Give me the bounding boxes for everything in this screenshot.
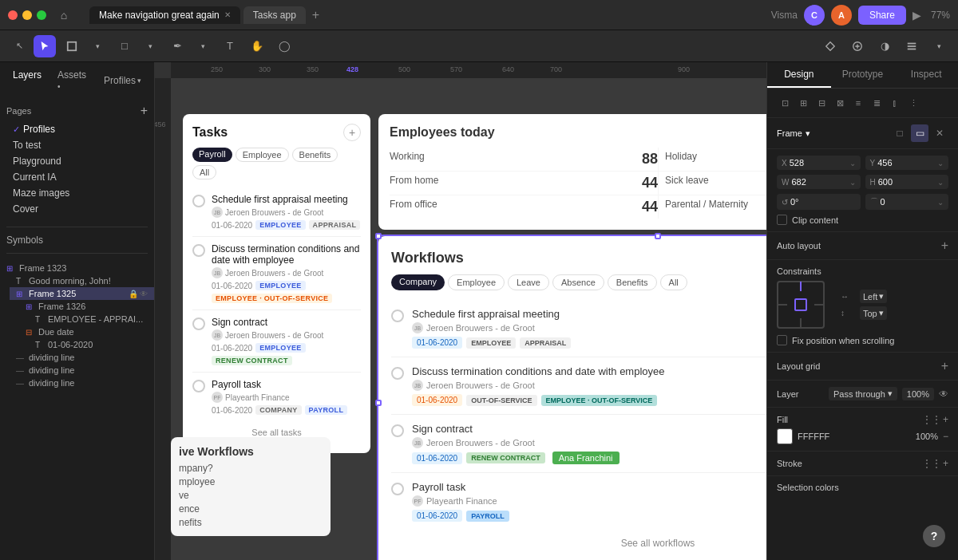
- wf-item-4[interactable]: Payroll task PF Playearth Finance 01-06-…: [391, 473, 766, 530]
- maximize-button[interactable]: [37, 10, 46, 20]
- layer-frame1325[interactable]: ⊞ Frame 1325 🔒 👁: [10, 287, 154, 300]
- layer-dividing-2[interactable]: — dividing line: [10, 364, 154, 377]
- layer-dividing-3[interactable]: — dividing line: [10, 377, 154, 389]
- align-left-icon[interactable]: ⊡: [777, 95, 793, 111]
- home-icon[interactable]: ⌂: [53, 4, 75, 26]
- symbols-item[interactable]: Symbols: [0, 232, 154, 248]
- wf-radio-4[interactable]: [391, 483, 404, 495]
- filter-payroll[interactable]: Payroll: [192, 148, 232, 162]
- wf-item-3[interactable]: Sign contract JB Jeroen Brouwers - de Gr…: [391, 415, 766, 473]
- mask-tool[interactable]: [846, 35, 869, 57]
- fill-grid-icon[interactable]: ⋮⋮: [922, 414, 941, 425]
- wf-radio-2[interactable]: [391, 367, 404, 380]
- library-tool[interactable]: [901, 35, 923, 57]
- share-button[interactable]: Share: [858, 6, 906, 25]
- page-profiles[interactable]: ✓ Profiles: [6, 121, 148, 137]
- task-radio-1[interactable]: [192, 195, 205, 207]
- cs-top-select[interactable]: Top ▾: [860, 306, 887, 320]
- frame-tool[interactable]: [61, 35, 83, 57]
- page-current-ia[interactable]: Current IA: [6, 169, 148, 185]
- tab-assets[interactable]: Assets •: [51, 67, 94, 94]
- select-tool[interactable]: [34, 35, 56, 57]
- task-radio-4[interactable]: [192, 380, 205, 392]
- page-to-test[interactable]: To test: [6, 137, 148, 153]
- align-bottom-icon[interactable]: ≣: [869, 95, 885, 111]
- task-item-2[interactable]: Discuss termination conditions and date …: [192, 237, 361, 310]
- comment-tool[interactable]: ◯: [273, 35, 295, 57]
- fill-add-icon[interactable]: +: [943, 414, 948, 425]
- eye-icon[interactable]: 👁: [140, 290, 148, 298]
- wf-filter-benefits[interactable]: Benefits: [608, 274, 657, 290]
- page-cover[interactable]: Cover: [6, 201, 148, 217]
- tab-make-navigation[interactable]: Make navigation great again ✕: [89, 6, 240, 24]
- align-top-icon[interactable]: ⊠: [832, 95, 848, 111]
- wf-radio-1[interactable]: [391, 310, 404, 322]
- rotation-field[interactable]: ↺ 0°: [777, 194, 861, 210]
- cs-left-select[interactable]: Left ▾: [860, 290, 887, 303]
- add-page-button[interactable]: +: [141, 104, 148, 118]
- handle-ml[interactable]: [375, 400, 382, 406]
- wf-item-1[interactable]: Schedule first appraisal meeting JB Jero…: [391, 300, 766, 357]
- new-tab-button[interactable]: +: [312, 8, 319, 22]
- wf-filter-leave[interactable]: Leave: [508, 274, 549, 290]
- wf-see-all[interactable]: See all workflows: [391, 530, 766, 557]
- wf-filter-all[interactable]: All: [660, 274, 687, 290]
- play-button[interactable]: ▶: [912, 9, 921, 22]
- close-button[interactable]: [8, 10, 18, 20]
- avatar-a[interactable]: A: [831, 5, 852, 26]
- layer-due-date[interactable]: ⊟ Due date: [19, 325, 154, 338]
- tab-close-1[interactable]: ✕: [224, 10, 231, 19]
- canvas[interactable]: 250 300 350 428 500 570 640 700 900 1000…: [155, 62, 766, 560]
- frame-view-desktop[interactable]: □: [891, 124, 909, 142]
- tab-profiles[interactable]: Profiles ▾: [97, 67, 148, 94]
- rtab-design[interactable]: Design: [767, 62, 831, 88]
- hand-tool[interactable]: ✋: [246, 35, 268, 57]
- h-field[interactable]: H 600 ⌄: [865, 175, 949, 189]
- corner-field[interactable]: ⌒ 0 ⌄: [865, 194, 949, 210]
- text-tool[interactable]: T: [219, 35, 241, 57]
- wf-filter-employee[interactable]: Employee: [448, 274, 505, 290]
- wf-filter-company[interactable]: Company: [391, 274, 445, 290]
- align-right-icon[interactable]: ⊟: [814, 95, 829, 111]
- chevron-shape[interactable]: ▾: [139, 35, 161, 57]
- wf-filter-absence[interactable]: Absence: [552, 274, 604, 290]
- filter-employee[interactable]: Employee: [236, 148, 289, 162]
- stroke-grid-icon[interactable]: ⋮⋮: [922, 458, 941, 469]
- frame-dropdown[interactable]: Frame ▾: [777, 128, 810, 139]
- fill-color-swatch[interactable]: [777, 428, 793, 444]
- layer-frame1323[interactable]: ⊞ Frame 1323: [0, 262, 154, 274]
- corner-stepper[interactable]: ⌄: [937, 198, 944, 207]
- fill-minus-icon[interactable]: −: [943, 431, 948, 442]
- layer-date-text[interactable]: T 01-06-2020: [29, 338, 154, 351]
- frame-view-phone[interactable]: ▭: [911, 124, 928, 142]
- minimize-button[interactable]: [22, 10, 32, 20]
- chevron-library[interactable]: ▾: [928, 35, 950, 57]
- w-stepper[interactable]: ⌄: [849, 178, 856, 187]
- stroke-add-icon[interactable]: +: [943, 458, 948, 469]
- layer-frame1326[interactable]: ⊞ Frame 1326: [19, 300, 154, 313]
- tab-tasks-app[interactable]: Tasks app: [243, 6, 306, 24]
- align-center-v-icon[interactable]: ≡: [850, 95, 866, 111]
- chevron-pen[interactable]: ▾: [192, 35, 214, 57]
- frame-x-icon[interactable]: ✕: [931, 124, 948, 142]
- distribute-v-icon[interactable]: ⋮: [905, 95, 921, 111]
- handle-tl[interactable]: [375, 233, 382, 239]
- filter-benefits[interactable]: Benefits: [292, 148, 338, 162]
- task-item-4[interactable]: Payroll task PF Playearth Finance 01-06-…: [192, 373, 361, 421]
- y-field[interactable]: Y 456 ⌄: [865, 156, 949, 170]
- avatar-c[interactable]: C: [804, 5, 825, 26]
- move-tool[interactable]: ↖: [8, 35, 30, 57]
- task-radio-2[interactable]: [192, 244, 205, 257]
- page-maze-images[interactable]: Maze images: [6, 185, 148, 201]
- wf-item-2[interactable]: Discuss termination conditions and date …: [391, 357, 766, 415]
- distribute-h-icon[interactable]: ⫿: [887, 95, 903, 111]
- tasks-add-button[interactable]: +: [343, 124, 361, 141]
- layout-grid-add[interactable]: +: [941, 359, 948, 373]
- task-item-1[interactable]: Schedule first appraisal meeting JB Jero…: [192, 187, 361, 237]
- align-center-h-icon[interactable]: ⊞: [795, 95, 811, 111]
- x-stepper[interactable]: ⌄: [849, 159, 856, 168]
- chevron-frame[interactable]: ▾: [86, 35, 109, 57]
- page-playground[interactable]: Playground: [6, 153, 148, 169]
- y-stepper[interactable]: ⌄: [937, 159, 944, 168]
- help-button[interactable]: ?: [923, 525, 945, 547]
